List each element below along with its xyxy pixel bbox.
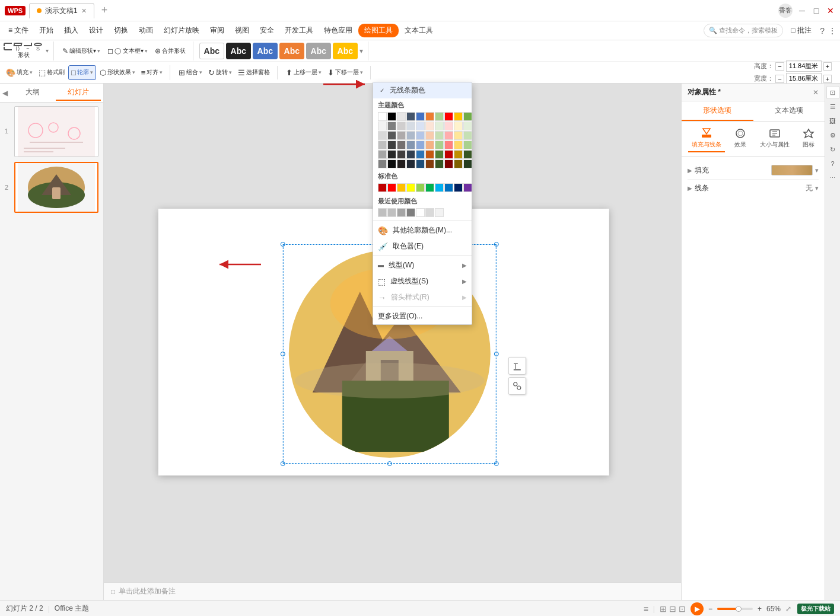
notes-area[interactable]: □ 单击此处添加备注 (104, 582, 681, 600)
abc-style-5[interactable]: Abc (306, 43, 331, 59)
color-cell[interactable] (387, 159, 396, 168)
panel-tab-text[interactable]: 文本选项 (753, 101, 825, 121)
zoom-slider[interactable] (717, 608, 753, 610)
color-cell[interactable] (397, 112, 406, 121)
line-expand-icon[interactable]: ▶ (688, 185, 692, 191)
menu-slideshow[interactable]: 幻灯片放映 (159, 23, 204, 38)
height-value[interactable]: 11.84厘米 (786, 60, 822, 72)
recent-color-cell[interactable] (397, 208, 406, 217)
panel-fill-icon-btn[interactable]: 填充与线条 (688, 125, 725, 152)
color-cell[interactable] (435, 112, 444, 121)
more-outline-color-option[interactable]: 🎨 其他轮廓颜色(M)... (373, 222, 472, 238)
color-cell[interactable] (425, 141, 434, 149)
color-cell[interactable] (425, 122, 434, 130)
recent-color-cell[interactable] (406, 208, 415, 217)
handle-bc[interactable] (387, 461, 392, 466)
textbox-button[interactable]: ◻ ◯ 文本框▾ ▾ (105, 44, 150, 58)
color-cell[interactable] (425, 150, 434, 159)
std-color-cell[interactable] (397, 183, 406, 192)
color-cell[interactable] (397, 150, 406, 159)
shape-effect-button[interactable]: ⬡ 形状效果 ▾ (97, 66, 138, 79)
std-color-cell[interactable] (387, 183, 396, 192)
color-cell[interactable] (406, 112, 415, 121)
height-minus-button[interactable]: − (775, 62, 784, 71)
active-tab[interactable]: 演示文稿1 ✕ (29, 3, 94, 18)
color-cell[interactable] (435, 131, 444, 140)
color-cell[interactable] (463, 112, 472, 121)
slide-thumb-2[interactable]: 2 (0, 159, 103, 215)
abc-style-4[interactable]: Abc (279, 43, 304, 59)
menu-texttool[interactable]: 文本工具 (400, 23, 438, 38)
menu-batch[interactable]: □ 批注 (787, 23, 817, 38)
abc-style-1[interactable]: Abc (199, 43, 224, 59)
zoom-fit-icon[interactable]: ⤢ (785, 605, 791, 613)
color-cell[interactable] (463, 150, 472, 159)
menu-drawtool[interactable]: 绘图工具 (358, 24, 399, 37)
tab-close-icon[interactable]: ✕ (81, 7, 87, 15)
menu-design[interactable]: 设计 (84, 23, 108, 38)
recent-color-cell[interactable] (435, 208, 444, 217)
color-cell[interactable] (378, 112, 387, 121)
float-layout-button[interactable] (508, 377, 526, 395)
color-cell[interactable] (387, 122, 396, 130)
menu-security[interactable]: 安全 (255, 23, 279, 38)
color-cell[interactable] (444, 159, 453, 168)
slide-thumb-1[interactable]: 1 (0, 103, 103, 159)
menu-insert[interactable]: 插入 (59, 23, 83, 38)
color-cell[interactable] (425, 112, 434, 121)
handle-br[interactable] (494, 461, 498, 466)
recent-color-cell[interactable] (425, 208, 434, 217)
std-color-cell[interactable] (463, 183, 472, 192)
panel-logo-icon-btn[interactable]: 图标 (799, 125, 818, 152)
menu-switch[interactable]: 切换 (109, 23, 133, 38)
color-cell[interactable] (435, 122, 444, 130)
color-cell[interactable] (416, 159, 425, 168)
recent-color-cell[interactable] (416, 208, 425, 217)
panel-size-icon-btn[interactable]: 大小与属性 (756, 125, 793, 152)
color-cell[interactable] (463, 122, 472, 130)
fill-expand-icon[interactable]: ▶ (688, 167, 692, 174)
menu-devtools[interactable]: 开发工具 (280, 23, 318, 38)
recent-color-cell[interactable] (387, 208, 396, 217)
fill-dropdown-arrow[interactable]: ▾ (815, 167, 819, 174)
color-cell[interactable] (454, 159, 463, 168)
color-cell[interactable] (387, 131, 396, 140)
merge-shape-button[interactable]: ⊕ 合并形状 (152, 44, 188, 58)
handle-ml[interactable] (280, 352, 285, 356)
standard-color-grid[interactable] (373, 182, 472, 194)
color-cell[interactable] (435, 159, 444, 168)
group-button[interactable]: ⊞ 组合 ▾ (176, 66, 205, 79)
color-cell[interactable] (454, 112, 463, 121)
edit-shape-button[interactable]: ✎ 编辑形状▾ ▾ (60, 44, 103, 58)
color-cell[interactable] (416, 141, 425, 149)
abc-style-more[interactable]: ▾ (359, 47, 363, 55)
right-icon-1[interactable]: ⊡ (826, 86, 839, 99)
color-cell[interactable] (435, 141, 444, 149)
more-settings-option[interactable]: 更多设置(O)... (373, 308, 472, 324)
right-icon-2[interactable]: ☰ (826, 100, 839, 113)
menu-start[interactable]: 开始 (34, 23, 58, 38)
abc-style-6[interactable]: Abc (333, 43, 358, 59)
std-color-cell[interactable] (454, 183, 463, 192)
more-menu-icon[interactable]: ⋮ (828, 26, 836, 36)
color-cell[interactable] (406, 141, 415, 149)
panel-close-button[interactable]: ✕ (813, 88, 819, 97)
abc-style-3[interactable]: Abc (253, 43, 278, 59)
color-cell[interactable] (444, 112, 453, 121)
color-cell[interactable] (454, 122, 463, 130)
color-cell[interactable] (416, 150, 425, 159)
arrow-type-option[interactable]: → 箭头样式(R) ▶ (373, 289, 472, 305)
menu-file[interactable]: ≡ 文件 (4, 23, 33, 38)
shapes-button[interactable]: ⟨⟩ ~ S 形状 (4, 43, 43, 59)
color-cell[interactable] (454, 131, 463, 140)
recent-color-grid[interactable] (373, 207, 472, 219)
color-cell[interactable] (454, 150, 463, 159)
color-cell[interactable] (387, 112, 396, 121)
fill-preview[interactable] (771, 165, 813, 175)
color-cell[interactable] (444, 141, 453, 149)
panel-tab-shape[interactable]: 形状选项 (682, 101, 753, 121)
view-single-icon[interactable]: ⊡ (679, 604, 686, 614)
color-cell[interactable] (397, 159, 406, 168)
user-avatar[interactable]: 香客 (778, 4, 793, 18)
color-cell[interactable] (444, 131, 453, 140)
